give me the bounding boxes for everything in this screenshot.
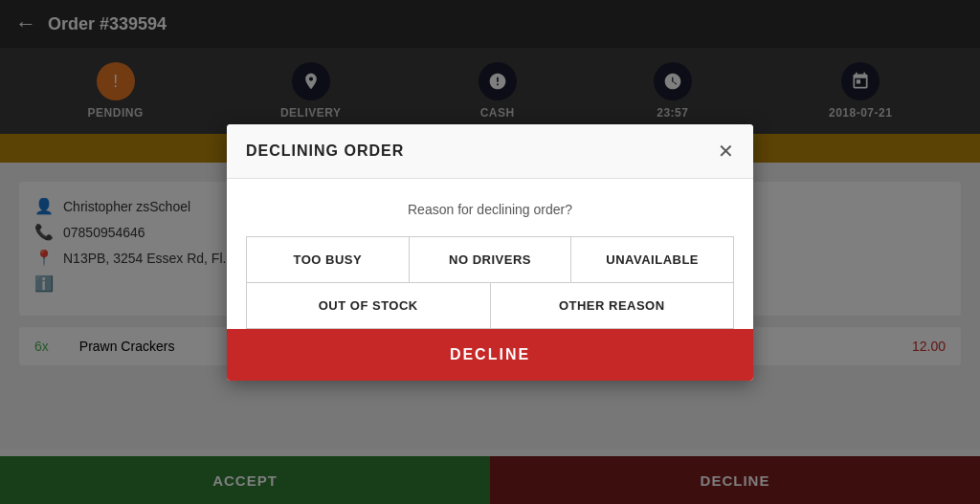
other-reason-button[interactable]: OTHER REASON [491, 283, 734, 328]
reasons-row-1: TOO BUSY NO DRIVERS UNAVAILABLE [247, 237, 733, 283]
no-drivers-button[interactable]: NO DRIVERS [410, 237, 572, 282]
reasons-row-2: OUT OF STOCK OTHER REASON [247, 283, 733, 328]
modal-header: DECLINING ORDER ✕ [227, 124, 753, 179]
too-busy-button[interactable]: TOO BUSY [247, 237, 410, 282]
modal-overlay: DECLINING ORDER ✕ Reason for declining o… [0, 0, 980, 504]
reasons-grid: TOO BUSY NO DRIVERS UNAVAILABLE OUT OF S… [246, 236, 734, 329]
out-of-stock-button[interactable]: OUT OF STOCK [247, 283, 491, 328]
modal-decline-button[interactable]: DECLINE [227, 329, 753, 381]
modal-body: Reason for declining order? TOO BUSY NO … [227, 179, 753, 329]
modal-title: DECLINING ORDER [246, 142, 404, 160]
modal-close-button[interactable]: ✕ [718, 142, 734, 161]
modal-footer: DECLINE [227, 329, 753, 381]
reason-prompt: Reason for declining order? [246, 202, 734, 217]
unavailable-button[interactable]: UNAVAILABLE [571, 237, 733, 282]
decline-modal: DECLINING ORDER ✕ Reason for declining o… [227, 124, 753, 381]
